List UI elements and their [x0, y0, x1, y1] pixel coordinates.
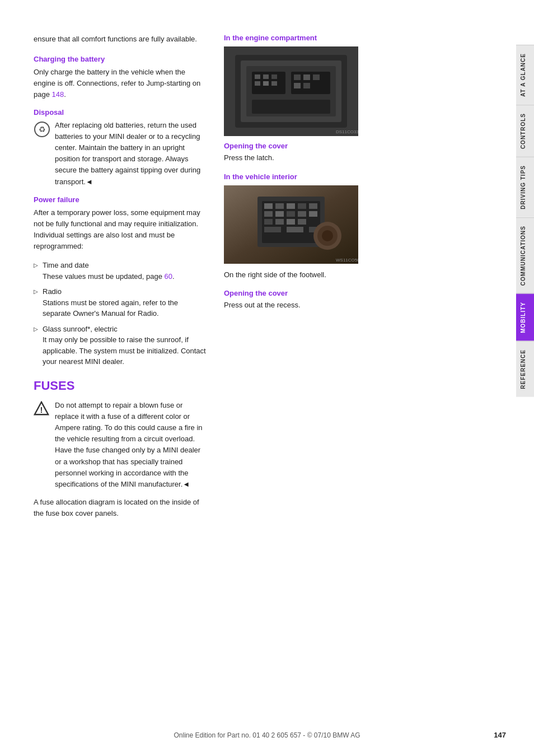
engine-compartment-image: DS11CO3388 — [224, 46, 512, 136]
bullet-time-date: Time and date These values must be updat… — [34, 260, 207, 282]
svg-rect-30 — [298, 203, 306, 209]
warning-icon: ! — [34, 401, 49, 417]
svg-rect-28 — [275, 203, 284, 209]
svg-rect-27 — [264, 203, 273, 209]
bullet-sunroof: Glass sunroof*, electric It may only be … — [34, 324, 207, 367]
disposal-block: ♻ After replacing old batteries, return … — [34, 120, 207, 188]
svg-rect-39 — [287, 219, 295, 225]
svg-rect-13 — [271, 74, 277, 79]
fuses-section: FUSES ! Do not attempt to repair a blown… — [34, 379, 207, 519]
tab-mobility[interactable]: MOBILITY — [516, 293, 534, 341]
svg-rect-36 — [309, 211, 317, 217]
bullet-sub: These values must be updated, page 60. — [43, 271, 207, 282]
bullet-label: Glass sunroof*, electric — [43, 325, 118, 333]
svg-rect-15 — [263, 81, 269, 86]
allocation-text: A fuse allocation diagram is located on … — [34, 497, 207, 519]
svg-rect-34 — [287, 211, 295, 217]
svg-rect-31 — [309, 203, 317, 209]
svg-text:DS11CO3388: DS11CO3388 — [336, 129, 358, 134]
footer-text: Online Edition for Part no. 01 40 2 605 … — [174, 731, 360, 739]
svg-rect-42 — [287, 227, 303, 232]
interior-location-text: On the right side of the footwell. — [224, 269, 512, 281]
engine-compartment-heading: In the engine compartment — [224, 34, 512, 42]
svg-text:♻: ♻ — [39, 125, 46, 134]
fuses-heading: FUSES — [34, 379, 207, 393]
svg-rect-38 — [275, 219, 284, 225]
opening-cover-1-text: Press the latch. — [224, 152, 512, 164]
svg-rect-35 — [298, 211, 306, 217]
vehicle-interior-heading: In the vehicle interior — [224, 172, 512, 181]
page-footer: Online Edition for Part no. 01 40 2 605 … — [0, 731, 534, 739]
svg-rect-40 — [298, 219, 306, 225]
tab-communications[interactable]: COMMUNICATIONS — [516, 217, 534, 293]
tab-controls[interactable]: CONTROLS — [516, 105, 534, 157]
right-column: In the engine compartment — [224, 34, 512, 527]
opening-cover-2-text: Press out at the recess. — [224, 300, 512, 311]
tab-at-a-glance[interactable]: AT A GLANCE — [516, 45, 534, 105]
page-number: 147 — [494, 731, 506, 739]
svg-rect-19 — [313, 74, 320, 80]
bullet-sub: Stations must be stored again, refer to … — [43, 297, 207, 319]
tab-driving-tips[interactable]: DRIVING TIPS — [516, 157, 534, 217]
disposal-heading: Disposal — [34, 108, 207, 116]
svg-rect-33 — [275, 211, 284, 217]
bullet-label: Time and date — [43, 261, 89, 269]
warning-block: ! Do not attempt to repair a blown fuse … — [34, 400, 207, 490]
bullet-list: Time and date These values must be updat… — [34, 260, 207, 367]
svg-rect-41 — [264, 227, 281, 232]
bullet-radio: Radio Stations must be stored again, ref… — [34, 286, 207, 319]
bullet-label: Radio — [43, 287, 62, 296]
svg-rect-10 — [252, 100, 330, 114]
sidebar-tabs: AT A GLANCE CONTROLS DRIVING TIPS COMMUN… — [516, 45, 534, 396]
power-failure-heading: Power failure — [34, 195, 207, 204]
svg-text:!: ! — [40, 405, 43, 414]
svg-point-46 — [322, 230, 333, 241]
tab-reference[interactable]: REFERENCE — [516, 341, 534, 397]
opening-cover-2-heading: Opening the cover — [224, 289, 512, 297]
svg-rect-21 — [303, 83, 310, 88]
disposal-text: After replacing old batteries, return th… — [55, 120, 207, 188]
bullet-sub: It may only be possible to raise the sun… — [43, 334, 207, 367]
intro-text: ensure that all comfort functions are fu… — [34, 34, 207, 45]
vehicle-interior-image: WS11CO5095 — [224, 185, 512, 264]
power-failure-text: After a temporary power loss, some equip… — [34, 207, 207, 253]
left-column: ensure that all comfort functions are fu… — [34, 34, 207, 527]
svg-rect-29 — [287, 203, 295, 209]
svg-rect-37 — [264, 219, 273, 225]
opening-cover-1-heading: Opening the cover — [224, 142, 512, 150]
page-link-60[interactable]: 60 — [165, 272, 172, 281]
svg-rect-20 — [294, 83, 301, 88]
warning-text: Do not attempt to repair a blown fuse or… — [55, 400, 207, 490]
svg-rect-11 — [255, 74, 260, 79]
svg-text:WS11CO5095: WS11CO5095 — [336, 258, 358, 263]
svg-rect-14 — [255, 81, 260, 86]
svg-rect-16 — [271, 81, 277, 86]
svg-rect-32 — [264, 211, 273, 217]
svg-rect-18 — [303, 74, 310, 80]
charging-heading: Charging the battery — [34, 55, 207, 63]
page-container: AT A GLANCE CONTROLS DRIVING TIPS COMMUN… — [0, 0, 534, 756]
recycling-icon: ♻ — [34, 121, 50, 140]
charging-link[interactable]: 148 — [52, 90, 64, 99]
svg-rect-12 — [263, 74, 269, 79]
svg-rect-17 — [294, 74, 301, 80]
charging-text: Only charge the battery in the vehicle w… — [34, 67, 207, 100]
main-content: ensure that all comfort functions are fu… — [34, 34, 512, 527]
